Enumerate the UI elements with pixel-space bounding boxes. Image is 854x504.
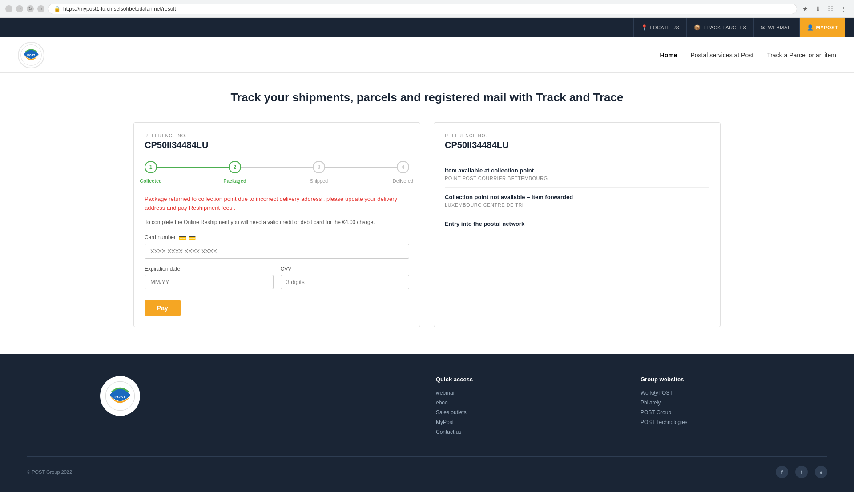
- cvv-label: CVV: [281, 266, 410, 272]
- nav-track-parcel[interactable]: Track a Parcel or an item: [767, 52, 836, 59]
- footer-link-work-post[interactable]: Work@POST: [640, 390, 827, 396]
- mail-icon: ✉: [761, 24, 766, 31]
- track-icon: 📦: [694, 24, 701, 31]
- expiration-input[interactable]: [145, 275, 274, 289]
- left-ref-number: CP50II34484LU: [145, 140, 409, 150]
- extensions-button[interactable]: ☷: [826, 4, 835, 13]
- step-circle-2: 2: [229, 161, 241, 173]
- menu-button[interactable]: ⋮: [839, 4, 849, 13]
- info-message: To complete the Online Reshipment you wi…: [145, 219, 409, 225]
- main-header: POST Home Postal services at Post Track …: [0, 37, 854, 73]
- cvv-input[interactable]: [281, 275, 410, 289]
- cvv-group: CVV: [281, 266, 410, 289]
- step-circle-3: 3: [313, 161, 325, 173]
- footer-link-post-technologies[interactable]: POST Technologies: [640, 419, 827, 425]
- step-connector-1: [157, 167, 229, 168]
- step-label-3: Shipped: [310, 177, 328, 184]
- webmail-nav[interactable]: ✉ WEBMAIL: [754, 18, 800, 37]
- main-navigation: Home Postal services at Post Track a Par…: [660, 52, 836, 59]
- logo-container[interactable]: POST: [18, 42, 44, 68]
- expiration-label: Expiration date: [145, 266, 274, 272]
- footer-link-webmail[interactable]: webmail: [436, 390, 623, 396]
- home-button[interactable]: ⌂: [37, 5, 44, 12]
- track-parcels-label: TRACK PARCELS: [703, 25, 746, 30]
- bookmark-button[interactable]: ★: [801, 4, 810, 13]
- tracking-event-3: Entry into the postal network: [445, 214, 709, 235]
- event-title-2: Collection point not available – item fo…: [445, 194, 709, 200]
- card-number-label: Card number 💳 💳: [145, 234, 409, 241]
- footer-link-mypost[interactable]: MyPost: [436, 419, 623, 425]
- left-tracking-card: REFERENCE NO. CP50II34484LU 1 Collected …: [133, 122, 420, 327]
- step-circle-1: 1: [145, 161, 157, 173]
- copyright-text: © POST Group 2022: [27, 469, 72, 475]
- mypost-nav[interactable]: 👤 MyPost: [800, 18, 845, 37]
- right-tracking-card: REFERENCE NO. CP50II34484LU Item availab…: [434, 122, 721, 327]
- post-logo-svg: POST: [20, 44, 42, 66]
- pay-button[interactable]: Pay: [145, 300, 181, 316]
- reload-button[interactable]: ↻: [27, 5, 34, 12]
- footer-group-websites: Group websites Work@POST Philately POST …: [640, 376, 827, 429]
- logo-circle: POST: [18, 42, 44, 68]
- nav-postal-services[interactable]: Postal services at Post: [691, 52, 754, 59]
- page-content: Track your shipments, parcels and regist…: [116, 73, 738, 354]
- event-title-3: Entry into the postal network: [445, 220, 709, 227]
- download-button[interactable]: ⇓: [814, 4, 822, 13]
- footer-logo-area: POST: [27, 376, 214, 416]
- locate-us-label: LOCATE US: [650, 25, 679, 30]
- footer-link-philately[interactable]: Philately: [640, 400, 827, 406]
- nav-home[interactable]: Home: [660, 52, 677, 59]
- event-location-1: Point POST Courrier BETTEMBOURG: [445, 176, 709, 181]
- tracking-event-2: Collection point not available – item fo…: [445, 188, 709, 214]
- back-button[interactable]: ←: [5, 5, 12, 12]
- step-label-4: Delivered: [393, 177, 413, 184]
- locate-icon: 📍: [641, 24, 648, 31]
- progress-steps: 1 Collected 2 Packaged 3: [145, 161, 409, 173]
- right-ref-number: CP50II34484LU: [445, 140, 709, 150]
- footer-logo-svg: POST: [105, 380, 136, 412]
- event-title-1: Item available at collection point: [445, 167, 709, 174]
- card-number-group: Card number 💳 💳: [145, 234, 409, 259]
- step-2: 2 Packaged: [229, 161, 241, 173]
- footer-top: POST Quick access webmail eboo Sales out…: [27, 376, 827, 439]
- twitter-icon[interactable]: t: [795, 466, 808, 478]
- event-location-2: LUXEMBOURG CENTRE DE TRI: [445, 202, 709, 208]
- locate-us-nav[interactable]: 📍 LOCATE US: [633, 18, 687, 37]
- footer-logo: POST: [100, 376, 140, 416]
- top-nav: 📍 LOCATE US 📦 TRACK PARCELS ✉ WEBMAIL 👤 …: [0, 18, 854, 37]
- instagram-icon[interactable]: ●: [815, 466, 827, 478]
- left-ref-label: REFERENCE NO.: [145, 133, 409, 138]
- address-bar[interactable]: 🔒 https://mypost1-lu.cinselsohbetodalari…: [48, 4, 797, 14]
- footer-link-eboo[interactable]: eboo: [436, 400, 623, 406]
- page-title: Track your shipments, parcels and regist…: [133, 91, 721, 104]
- expiration-group: Expiration date: [145, 266, 274, 289]
- svg-text:POST: POST: [27, 54, 35, 57]
- visa-icon: 💳: [179, 234, 186, 241]
- tracking-event-1: Item available at collection point Point…: [445, 161, 709, 188]
- footer-link-contact[interactable]: Contact us: [436, 429, 623, 435]
- expiry-cvv-row: Expiration date CVV: [145, 266, 409, 296]
- footer-link-sales[interactable]: Sales outlets: [436, 409, 623, 416]
- step-connector-2: [241, 167, 313, 168]
- forward-button[interactable]: →: [16, 5, 23, 12]
- footer-social: f t ●: [776, 466, 827, 478]
- step-label-1: Collected: [140, 177, 162, 184]
- svg-text:POST: POST: [114, 395, 126, 399]
- right-ref-label: REFERENCE NO.: [445, 133, 709, 138]
- mc-icon: 💳: [188, 234, 196, 241]
- footer-bottom: © POST Group 2022 f t ●: [27, 456, 827, 478]
- step-3: 3 Shipped: [313, 161, 325, 173]
- tracking-grid: REFERENCE NO. CP50II34484LU 1 Collected …: [133, 122, 721, 327]
- warning-message: Package returned to collection point due…: [145, 195, 409, 212]
- facebook-icon[interactable]: f: [776, 466, 788, 478]
- quick-access-title: Quick access: [436, 376, 623, 383]
- group-websites-title: Group websites: [640, 376, 827, 383]
- step-label-2: Packaged: [223, 177, 246, 184]
- mypost-label: MyPost: [816, 25, 838, 30]
- footer: POST Quick access webmail eboo Sales out…: [0, 354, 854, 492]
- step-1: 1 Collected: [145, 161, 157, 173]
- footer-quick-access: Quick access webmail eboo Sales outlets …: [436, 376, 623, 439]
- user-icon: 👤: [807, 24, 814, 31]
- track-parcels-nav[interactable]: 📦 TRACK PARCELS: [687, 18, 754, 37]
- card-number-input[interactable]: [145, 244, 409, 259]
- footer-link-post-group[interactable]: POST Group: [640, 409, 827, 416]
